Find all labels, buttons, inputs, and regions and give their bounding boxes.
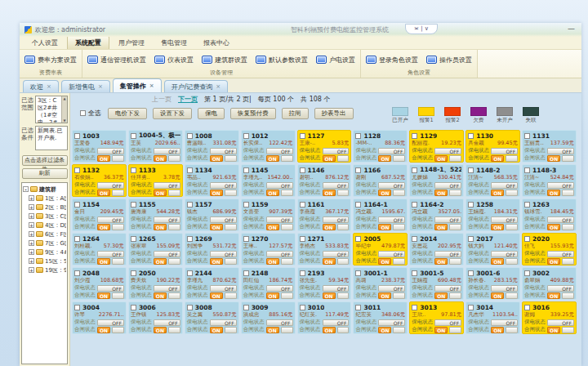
- card-checkbox[interactable]: [187, 167, 193, 173]
- meter-card[interactable]: 2144李瑾九870.62元保电状态OFF合闸状态ON: [185, 267, 239, 300]
- switch-on-toggle[interactable]: ON: [547, 224, 560, 230]
- switch-toggle-track[interactable]: [506, 292, 518, 299]
- switch-toggle-track[interactable]: [168, 190, 180, 196]
- protect-off-toggle[interactable]: OFF: [434, 285, 461, 292]
- protect-off-toggle[interactable]: OFF: [154, 319, 180, 326]
- card-checkbox[interactable]: [243, 236, 249, 242]
- tab-close-icon[interactable]: ×: [47, 83, 51, 90]
- meter-card[interactable]: 2014安思花202.95元保电状态OFF合闸状态ON: [409, 233, 464, 266]
- switch-toggle-track[interactable]: [225, 258, 237, 265]
- protect-off-toggle[interactable]: OFF: [97, 148, 124, 154]
- meter-card[interactable]: 1004-5、极一王英2029.66..保电状态OFF合闸状态ON: [128, 130, 183, 163]
- tab-close-icon[interactable]: ×: [98, 83, 103, 90]
- tree-item[interactable]: +6区：F区1#井（F区: [23, 230, 66, 239]
- switch-toggle-track[interactable]: [112, 155, 124, 162]
- switch-on-toggle[interactable]: ON: [266, 292, 279, 299]
- protect-off-toggle[interactable]: OFF: [210, 148, 237, 154]
- meter-card[interactable]: 1133佳拜勇..3.78元保电状态OFF合闸状态ON: [128, 164, 183, 197]
- card-checkbox[interactable]: [243, 270, 249, 276]
- card-checkbox[interactable]: [468, 270, 474, 276]
- meter-card[interactable]: 3004许琴2276.71..保电状态OFF合闸状态ON: [72, 301, 127, 334]
- protect-off-toggle[interactable]: OFF: [210, 251, 237, 257]
- card-checkbox[interactable]: [187, 305, 193, 310]
- meter-card[interactable]: 1159文喜奎907.39元保电状态OFF合闸状态ON: [241, 199, 296, 231]
- protect-off-toggle[interactable]: OFF: [547, 182, 574, 189]
- protect-off-toggle[interactable]: OFF: [323, 285, 350, 292]
- protect-off-toggle[interactable]: OFF: [491, 251, 518, 257]
- expand-icon[interactable]: +: [29, 222, 34, 228]
- ribbon-button[interactable]: 仪表设置: [152, 54, 196, 66]
- card-checkbox[interactable]: [131, 133, 136, 139]
- tree-item[interactable]: +19区：9#变电站（: [23, 266, 66, 274]
- card-checkbox[interactable]: [131, 236, 136, 242]
- switch-on-toggle[interactable]: ON: [378, 258, 391, 265]
- switch-toggle-track[interactable]: [393, 224, 405, 230]
- range-scrollbar[interactable]: ▲ ▼: [61, 96, 67, 123]
- switch-on-toggle[interactable]: ON: [266, 327, 279, 333]
- card-checkbox[interactable]: [243, 305, 249, 310]
- action-button[interactable]: 恢复预付费: [230, 108, 276, 119]
- card-checkbox[interactable]: [412, 202, 417, 208]
- protect-off-toggle[interactable]: OFF: [434, 251, 461, 257]
- protect-off-toggle[interactable]: OFF: [210, 182, 237, 189]
- protect-off-toggle[interactable]: OFF: [154, 285, 180, 292]
- meter-card[interactable]: 3011纪宏英348.06元保电状态OFF合闸状态ON: [353, 301, 408, 334]
- switch-toggle-track[interactable]: [562, 224, 574, 230]
- next-page-link[interactable]: 下一页: [178, 95, 198, 104]
- switch-on-toggle[interactable]: ON: [97, 224, 110, 230]
- protect-off-toggle[interactable]: OFF: [266, 285, 293, 292]
- meter-card[interactable]: 2193张先生.59.34元保电状态OFF合闸状态ON: [297, 267, 352, 300]
- card-checkbox[interactable]: [524, 236, 530, 242]
- meter-card[interactable]: 3010纪红英.117.49元保电状态OFF合闸状态ON: [297, 301, 352, 334]
- switch-toggle-track[interactable]: [506, 327, 518, 333]
- protect-off-toggle[interactable]: OFF: [97, 319, 124, 326]
- action-button[interactable]: 电价下发: [108, 108, 147, 119]
- switch-on-toggle[interactable]: ON: [97, 190, 110, 196]
- switch-toggle-track[interactable]: [168, 224, 180, 230]
- switch-on-toggle[interactable]: ON: [323, 224, 336, 230]
- meter-card[interactable]: 3001-6孙长春.283.15元保电状态OFF合闸状态ON: [466, 267, 520, 300]
- switch-toggle-track[interactable]: [112, 258, 124, 265]
- card-checkbox[interactable]: [300, 305, 305, 310]
- meter-card[interactable]: 1154金日209.45元保电状态OFF合闸状态ON: [72, 199, 127, 231]
- protect-off-toggle[interactable]: OFF: [378, 251, 405, 257]
- switch-toggle-track[interactable]: [562, 155, 574, 162]
- protect-off-toggle[interactable]: OFF: [547, 216, 574, 223]
- switch-toggle-track[interactable]: [281, 258, 293, 265]
- menu-item-1[interactable]: 个人设置: [24, 37, 65, 49]
- range-listbox[interactable]: 3区：C区2#井 （1#空电、2# 空电、/区1# ▲ ▼: [35, 96, 68, 123]
- expand-icon[interactable]: +: [29, 231, 34, 237]
- card-checkbox[interactable]: [300, 236, 305, 242]
- switch-on-toggle[interactable]: ON: [97, 155, 110, 162]
- card-checkbox[interactable]: [412, 133, 417, 139]
- protect-off-toggle[interactable]: OFF: [491, 319, 518, 326]
- switch-on-toggle[interactable]: ON: [434, 155, 448, 162]
- switch-on-toggle[interactable]: ON: [210, 155, 223, 162]
- expand-icon[interactable]: +: [29, 267, 34, 273]
- meter-card[interactable]: 3002俞翠娟409.88元保电状态OFF合闸状态ON: [522, 267, 577, 300]
- ribbon-button[interactable]: 户电设置: [314, 54, 358, 66]
- switch-on-toggle[interactable]: ON: [547, 327, 560, 333]
- protect-off-toggle[interactable]: OFF: [323, 251, 350, 257]
- tab-close-icon[interactable]: ×: [149, 83, 154, 89]
- card-checkbox[interactable]: [74, 270, 80, 276]
- protect-off-toggle[interactable]: OFF: [547, 285, 574, 292]
- switch-on-toggle[interactable]: ON: [154, 224, 167, 230]
- protect-off-toggle[interactable]: OFF: [154, 216, 180, 223]
- card-checkbox[interactable]: [468, 167, 474, 173]
- card-checkbox[interactable]: [74, 236, 80, 242]
- protect-off-toggle[interactable]: OFF: [491, 216, 518, 223]
- switch-toggle-track[interactable]: [281, 292, 293, 299]
- tab-close-icon[interactable]: ×: [216, 83, 220, 90]
- expand-icon[interactable]: +: [29, 249, 34, 255]
- switch-toggle-track[interactable]: [168, 327, 180, 333]
- scroll-up-icon[interactable]: ▲: [63, 96, 65, 100]
- switch-on-toggle[interactable]: ON: [491, 258, 504, 265]
- meter-card[interactable]: 1263钱球雪.184.45元保电状态OFF合闸状态ON: [522, 199, 577, 231]
- expand-icon[interactable]: +: [29, 213, 34, 219]
- meter-card[interactable]: 1265张家翠155.09元保电状态OFF合闸状态ON: [128, 233, 183, 266]
- tree-item[interactable]: +2区：B区1#井(B区: [23, 203, 66, 212]
- card-checkbox[interactable]: [243, 202, 249, 208]
- switch-toggle-track[interactable]: [449, 224, 461, 230]
- meter-card[interactable]: 1264刘桂颖.57.30元保电状态OFF合闸状态ON: [72, 233, 127, 266]
